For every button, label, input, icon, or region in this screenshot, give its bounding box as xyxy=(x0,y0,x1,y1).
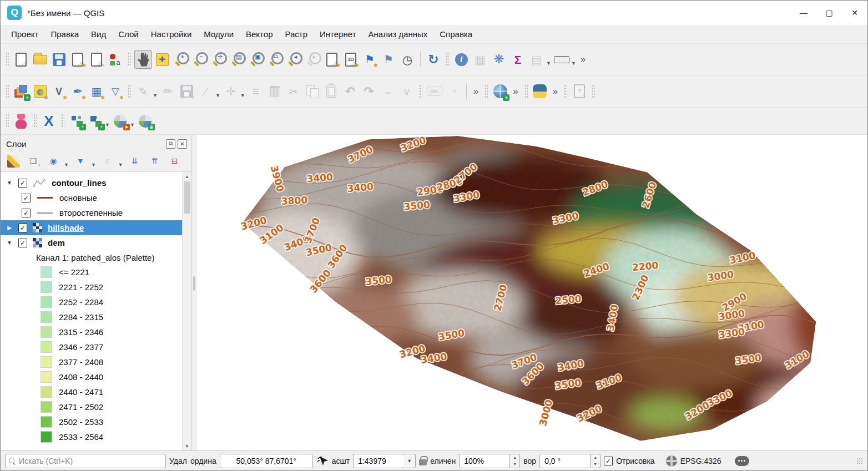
symbology-row-main[interactable]: ✓ основные xyxy=(1,190,191,205)
toolbar-drag-handle[interactable] xyxy=(6,52,9,67)
toolbar-drag-handle[interactable] xyxy=(128,52,131,67)
data-source-manager-button[interactable]: + xyxy=(12,82,30,101)
current-edits-dropdown-icon[interactable]: ▼ xyxy=(153,93,158,98)
rotation-value[interactable]: 0,0 ° xyxy=(539,454,591,468)
scrollbar-thumb[interactable] xyxy=(184,181,190,214)
toolbar-overflow-button[interactable]: » xyxy=(470,86,482,97)
save-layer-edits-button[interactable]: ✎ xyxy=(178,82,196,101)
style-manager-button[interactable]: a xyxy=(107,50,124,69)
minimize-button[interactable]: — xyxy=(791,1,816,25)
zoom-full-button[interactable]: ✛ xyxy=(210,50,228,69)
show-spatial-bookmarks-button[interactable]: ⚑ xyxy=(380,50,397,69)
toolbar-drag-handle[interactable] xyxy=(61,114,64,128)
add-wms-layer-button[interactable]: + xyxy=(491,82,509,101)
symbology-row-secondary[interactable]: ✓ второстепенные xyxy=(1,205,191,220)
zoom-next-button[interactable]: ▸ xyxy=(304,50,322,69)
resize-grip[interactable] xyxy=(856,458,863,464)
python-console-button[interactable] xyxy=(531,82,549,101)
legend-class-row[interactable]: 2315 - 2346 xyxy=(1,325,191,340)
scroll-up-icon[interactable]: ▲ xyxy=(183,172,191,181)
layer-labeling-button[interactable]: abc xyxy=(426,82,443,101)
new-map-view-button[interactable]: ✱ xyxy=(323,50,341,69)
legend-class-row[interactable]: 2408 - 2440 xyxy=(1,369,191,384)
toolbar-overflow-button[interactable]: » xyxy=(549,86,561,97)
legend-class-row[interactable]: 2252 - 2284 xyxy=(1,295,191,310)
menu-модули[interactable]: Модули xyxy=(198,26,240,43)
measure-dropdown-icon[interactable]: ▼ xyxy=(571,60,576,66)
close-button[interactable]: ✕ xyxy=(842,1,867,25)
open-attribute-table-dropdown-icon[interactable]: ▼ xyxy=(546,60,551,66)
processing-toolbox-button[interactable]: ❋ xyxy=(490,50,508,69)
open-attribute-table-button[interactable]: ▤ xyxy=(528,50,546,69)
scale-dropdown-icon[interactable]: ▼ xyxy=(403,454,416,468)
manage-map-themes-dropdown-icon[interactable]: ▼ xyxy=(64,162,69,168)
new-mesh-layer-button[interactable]: ▦✱ xyxy=(88,82,105,101)
legend-class-row[interactable]: 2221 - 2252 xyxy=(1,280,191,295)
panel-float-button[interactable]: ⧉ xyxy=(166,139,175,149)
legend-class-row[interactable]: 2502 - 2533 xyxy=(1,414,191,429)
plugin-tool-nodes-button[interactable]: + xyxy=(68,112,85,130)
show-statistics-button[interactable]: Σ xyxy=(509,50,527,69)
plugin-mascot-button[interactable] xyxy=(12,112,30,130)
magnifier-stepper[interactable]: 100% ▲▼ xyxy=(459,454,520,468)
spin-down-icon[interactable]: ▼ xyxy=(591,461,600,468)
toolbar-overflow-button[interactable]: » xyxy=(577,54,589,65)
crs-globe-icon[interactable] xyxy=(666,455,677,467)
measure-button[interactable] xyxy=(553,50,571,69)
vertex-tool-button[interactable]: ✛ xyxy=(222,82,240,101)
new-spatial-bookmark-button[interactable]: ⚑✱ xyxy=(361,50,379,69)
toolbar-drag-handle[interactable] xyxy=(592,84,595,99)
zoom-last-button[interactable]: ◂ xyxy=(285,50,303,69)
menu-растр[interactable]: Растр xyxy=(279,26,314,43)
vertex-tool-dropdown-icon[interactable]: ▼ xyxy=(240,93,245,98)
paste-features-button[interactable] xyxy=(322,82,340,101)
layer-checkbox[interactable]: ✓ xyxy=(18,224,27,232)
legend-class-row[interactable]: <= 2221 xyxy=(1,265,191,280)
add-line-feature-button[interactable]: ∕ xyxy=(197,82,215,101)
refresh-map-button[interactable]: ↻ xyxy=(425,50,442,69)
menu-слой[interactable]: Слой xyxy=(112,26,144,43)
plugin-tool-pie-select-dropdown-icon[interactable]: ▼ xyxy=(130,122,135,128)
filter-legend-dropdown-icon[interactable]: ▼ xyxy=(91,162,96,168)
zoom-native-button[interactable]: 1:1 xyxy=(266,50,284,69)
spin-up-icon[interactable]: ▲ xyxy=(591,454,600,461)
new-print-layout-button[interactable]: ✱ xyxy=(69,50,87,69)
project-new-button[interactable] xyxy=(12,50,30,69)
render-checkbox[interactable]: ✓ xyxy=(604,457,613,465)
legend-class-row[interactable]: 2284 - 2315 xyxy=(1,310,191,325)
new-virtual-layer-button[interactable]: ▽✱ xyxy=(107,82,124,101)
pan-to-selection-button[interactable]: ✚ xyxy=(153,50,171,69)
copy-features-button[interactable] xyxy=(304,82,321,101)
toggle-editing-button[interactable]: ✏ xyxy=(159,82,177,101)
panel-splitter[interactable] xyxy=(192,135,197,450)
menu-вид[interactable]: Вид xyxy=(85,26,112,43)
crs-value[interactable]: EPSG:4326 xyxy=(680,457,721,465)
field-calculator-button[interactable]: ▦ xyxy=(471,50,489,69)
symbology-checkbox[interactable]: ✓ xyxy=(22,194,31,202)
pan-map-button[interactable] xyxy=(134,50,152,69)
modify-attributes-button[interactable]: ≡ xyxy=(247,82,265,101)
current-edits-button[interactable]: ✎ xyxy=(134,82,152,101)
plugin-tool-squares-button[interactable]: + xyxy=(87,112,104,130)
new-shapefile-layer-button[interactable]: V✱ xyxy=(50,82,68,101)
messages-icon[interactable] xyxy=(735,456,749,466)
scroll-down-icon[interactable]: ▼ xyxy=(183,442,191,450)
project-open-button[interactable] xyxy=(31,50,49,69)
menu-правка[interactable]: Правка xyxy=(44,26,85,43)
magnifier-value[interactable]: 100% xyxy=(459,454,510,468)
collapse-all-button[interactable]: ⇈ xyxy=(146,153,164,169)
toolbar-overflow-button[interactable]: » xyxy=(509,86,521,97)
new-geopackage-layer-button[interactable]: ◍✱ xyxy=(31,82,49,101)
legend-class-row[interactable]: 2440 - 2471 xyxy=(1,384,191,399)
toolbar-drag-handle[interactable] xyxy=(564,84,567,99)
expander-right-icon[interactable]: ▶ xyxy=(5,225,14,231)
panel-close-button[interactable]: ✕ xyxy=(178,139,187,149)
menu-справка[interactable]: Справка xyxy=(433,26,478,43)
undo-button[interactable]: ↶ xyxy=(341,82,359,101)
help-contents-button[interactable]: ? xyxy=(571,82,588,101)
spin-down-icon[interactable]: ▼ xyxy=(510,461,519,468)
filter-legend-button[interactable]: ▼ xyxy=(72,153,89,169)
menu-анализ-данных[interactable]: Анализ данных xyxy=(362,26,434,43)
plugin-tool-pie-select-button[interactable]: ➤ xyxy=(112,112,129,130)
legend-class-row[interactable]: 2471 - 2502 xyxy=(1,399,191,414)
